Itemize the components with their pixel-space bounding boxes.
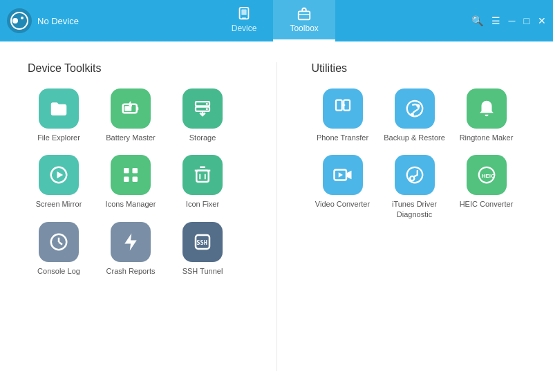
crash-reports-icon-bg [111,222,151,262]
screen-mirror-icon-bg [39,155,79,195]
video-converter-label: Video Converter [315,199,370,209]
ssh-tunnel-icon-bg: SSH [182,222,223,262]
ringtone-maker-label: Ringtone Maker [460,133,514,142]
svg-line-33 [59,242,62,245]
music-icon [404,98,425,119]
folder-icon [48,98,69,119]
storage-icon [192,98,213,119]
tool-file-explorer[interactable]: File Explorer [28,88,90,142]
device-toolkits-section: Device Toolkits File Explorer [28,62,242,371]
utilities-title: Utilities [312,62,526,75]
phone-transfer-icon [332,98,353,119]
svg-point-40 [406,101,422,117]
console-log-icon-bg [39,222,79,262]
tab-device[interactable]: Device [215,0,274,41]
menu-icon[interactable]: ☰ [491,15,500,26]
device-toolkits-grid: File Explorer Battery Master [28,88,242,276]
svg-rect-11 [137,107,139,111]
tool-storage[interactable]: Storage [171,88,234,142]
video-icon [332,165,353,185]
title-bar: No Device Device Toolbox 🔍 ☰ ─ □ ✕ [0,0,553,41]
window-controls: 🔍 ☰ ─ □ ✕ [471,15,546,26]
svg-rect-22 [124,168,129,174]
device-toolkits-title: Device Toolkits [28,62,242,75]
svg-point-46 [406,167,422,183]
app-logo [7,8,32,33]
itunes-icon [404,165,425,185]
utilities-section: Utilities Phone Transfer [312,62,526,371]
tool-backup-restore[interactable]: Backup & Restore [384,88,446,142]
main-content: Device Toolkits File Explorer [0,41,553,392]
svg-rect-6 [241,10,246,15]
utilities-grid: Phone Transfer Backup & Restore [312,88,526,219]
ssh-tunnel-label: SSH Tunnel [182,266,223,276]
nav-tabs: Device Toolbox [215,0,335,41]
tool-itunes-driver[interactable]: iTunes Driver Diagnostic [384,155,446,219]
phone-transfer-icon-bg [323,88,363,129]
svg-point-17 [206,103,208,105]
tool-ssh-tunnel[interactable]: SSH SSH Tunnel [171,222,234,276]
bell-icon [476,98,497,119]
title-bar-left: No Device [7,8,79,33]
svg-point-41 [410,113,413,116]
svg-rect-25 [133,177,138,183]
section-divider [276,62,277,371]
icon-fixer-label: Icon Fixer [186,199,219,209]
tool-crash-reports[interactable]: Crash Reports [100,222,162,276]
minimize-icon[interactable]: ─ [509,15,516,26]
ssh-icon: SSH [192,232,213,252]
heic-icon: HEIC [476,165,497,185]
phone-transfer-label: Phone Transfer [317,133,368,142]
device-label: No Device [37,16,79,26]
storage-icon-bg [182,88,223,129]
svg-point-47 [410,176,414,180]
play-icon [48,165,69,185]
close-icon[interactable]: ✕ [538,15,546,26]
svg-marker-45 [338,173,342,178]
battery-master-label: Battery Master [106,133,156,142]
backup-restore-label: Backup & Restore [384,133,445,142]
maximize-icon[interactable]: □ [524,15,529,26]
file-explorer-label: File Explorer [37,133,80,142]
tool-video-converter[interactable]: Video Converter [312,155,374,219]
tab-toolbox[interactable]: Toolbox [273,0,335,41]
itunes-driver-label: iTunes Driver Diagnostic [384,199,446,219]
backup-restore-icon-bg [395,88,435,129]
video-converter-icon-bg [323,155,363,195]
tab-device-label: Device [232,24,257,33]
icon-fixer-icon-bg [182,155,223,195]
tab-toolbox-label: Toolbox [290,24,318,33]
svg-rect-7 [299,11,310,19]
svg-text:SSH: SSH [196,239,207,245]
grid-icon [120,165,141,185]
toolbox-icon [297,6,312,21]
heic-converter-label: HEIC Converter [460,199,514,209]
file-explorer-icon-bg [39,88,79,129]
tool-icons-manager[interactable]: Icons Manager [100,155,162,209]
icons-manager-label: Icons Manager [106,199,156,209]
tool-icon-fixer[interactable]: Icon Fixer [171,155,234,209]
crash-reports-label: Crash Reports [106,266,156,276]
icons-manager-icon-bg [111,155,151,195]
ringtone-maker-icon-bg [467,88,507,129]
tool-console-log[interactable]: Console Log [28,222,90,276]
svg-rect-23 [133,168,138,174]
tool-heic-converter[interactable]: HEIC HEIC Converter [456,155,518,219]
svg-marker-21 [57,171,64,178]
screen-mirror-label: Screen Mirror [36,199,82,209]
tool-battery-master[interactable]: Battery Master [100,88,162,142]
tool-ringtone-maker[interactable]: Ringtone Maker [456,88,518,142]
tool-phone-transfer[interactable]: Phone Transfer [312,88,374,142]
svg-point-42 [416,104,420,108]
battery-master-icon-bg [111,88,151,129]
svg-rect-24 [124,177,129,183]
svg-text:HEIC: HEIC [481,173,495,179]
heic-converter-icon-bg: HEIC [467,155,507,195]
svg-point-18 [206,108,208,110]
console-log-label: Console Log [37,266,80,276]
tool-screen-mirror[interactable]: Screen Mirror [28,155,90,209]
svg-point-3 [21,17,24,19]
search-icon[interactable]: 🔍 [471,15,483,26]
battery-icon [120,98,141,119]
storage-label: Storage [189,133,216,142]
